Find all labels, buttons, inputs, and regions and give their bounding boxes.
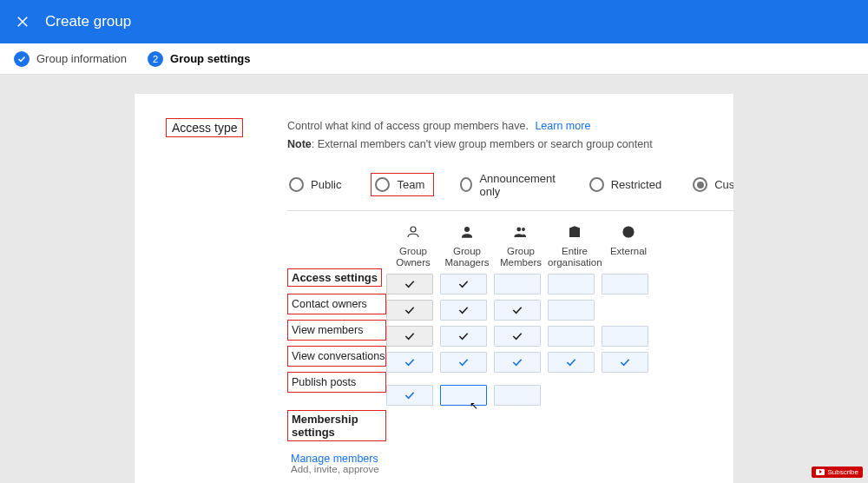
globe-icon [602, 222, 655, 242]
note-text: : External members can't view group memb… [312, 138, 653, 150]
radio-icon [693, 177, 707, 192]
building-icon [548, 222, 602, 242]
access-cell[interactable] [602, 326, 648, 347]
access-cell[interactable] [602, 352, 648, 373]
row-contact-owners: Contact owners [287, 294, 386, 314]
svg-point-4 [522, 228, 525, 231]
svg-point-3 [516, 227, 521, 231]
cell-row-contact-owners [386, 274, 655, 294]
col-head-owners: GroupOwners [386, 222, 440, 268]
cell-row-manage-members [386, 385, 655, 406]
access-cell[interactable] [386, 352, 433, 373]
people-icon [494, 222, 548, 242]
access-cell[interactable] [548, 326, 595, 347]
access-cell[interactable] [386, 300, 433, 321]
col-head-org: Entireorganisation [548, 222, 602, 268]
youtube-icon [816, 469, 825, 475]
divider [287, 210, 733, 211]
learn-more-link[interactable]: Learn more [535, 120, 590, 132]
access-cell[interactable] [386, 274, 433, 294]
access-cell[interactable] [440, 352, 487, 373]
radio-restricted-label: Restricted [611, 178, 662, 191]
radio-team[interactable]: Team [371, 173, 434, 196]
access-type-desc-text: Control what kind of access group member… [287, 120, 529, 132]
note-label: Note [287, 138, 312, 150]
access-cell[interactable] [440, 326, 487, 347]
radio-icon [460, 177, 472, 192]
access-cell[interactable] [440, 385, 487, 406]
access-cell[interactable] [548, 274, 595, 294]
step-number-icon: 2 [148, 51, 163, 67]
access-type-title: Access type [166, 118, 243, 137]
access-cell[interactable] [386, 385, 433, 406]
radio-custom-label: Custom [714, 178, 733, 191]
col-head-external: External [602, 222, 655, 268]
membership-settings-head: Membership settings [287, 410, 386, 441]
access-settings-head: Access settings [287, 268, 382, 287]
check-circle-icon [14, 51, 30, 67]
svg-point-2 [464, 227, 470, 232]
row-publish-posts: Publish posts [287, 372, 386, 393]
radio-icon [589, 177, 604, 192]
access-cell[interactable] [548, 300, 595, 321]
person-outline-icon [386, 222, 440, 242]
access-cell[interactable] [494, 352, 541, 373]
access-cell[interactable] [386, 326, 433, 347]
col-head-managers: GroupManagers [440, 222, 494, 268]
radio-custom[interactable]: Custom [691, 174, 733, 195]
radio-icon [289, 177, 304, 192]
subscribe-badge[interactable]: Subscribe [812, 466, 863, 478]
access-cell[interactable] [440, 274, 487, 294]
stepper-step-1-label: Group information [36, 52, 127, 65]
stepper: Group information 2 Group settings [0, 43, 868, 75]
row-view-members: View members [287, 320, 386, 341]
access-type-description: Control what kind of access group member… [287, 118, 733, 153]
access-cell[interactable] [494, 385, 541, 406]
cell-row-view-members [386, 300, 655, 321]
cell-row-publish-posts [386, 352, 655, 373]
cell-row-view-conversations [386, 326, 655, 347]
radio-icon [375, 177, 390, 192]
close-icon[interactable] [14, 13, 31, 30]
row-manage-members-sub: Add, invite, approve [287, 464, 386, 474]
header-bar: Create group [0, 0, 868, 43]
radio-public-label: Public [311, 178, 341, 191]
person-icon [440, 222, 494, 242]
access-cell[interactable] [494, 326, 541, 347]
access-cell[interactable] [548, 352, 595, 373]
stepper-step-2-label: Group settings [170, 52, 250, 65]
settings-card: Access type Control what kind of access … [135, 94, 733, 483]
radio-announcement-label: Announcement only [479, 172, 557, 198]
row-view-conversations: View conversations [287, 346, 386, 367]
radio-team-label: Team [397, 178, 424, 191]
stepper-step-2[interactable]: 2 Group settings [148, 51, 250, 67]
stepper-step-1[interactable]: Group information [14, 51, 127, 67]
access-cell[interactable] [602, 274, 648, 294]
access-cell[interactable] [494, 300, 541, 321]
access-type-radio-group: Public Team Announcement only Restricted… [287, 169, 733, 202]
col-head-members: GroupMembers [494, 222, 548, 268]
radio-restricted[interactable]: Restricted [588, 174, 667, 195]
radio-public[interactable]: Public [287, 174, 346, 195]
radio-announcement[interactable]: Announcement only [458, 169, 562, 202]
access-cell[interactable] [440, 300, 487, 321]
access-cell[interactable] [494, 274, 541, 294]
page-title: Create group [45, 13, 131, 30]
